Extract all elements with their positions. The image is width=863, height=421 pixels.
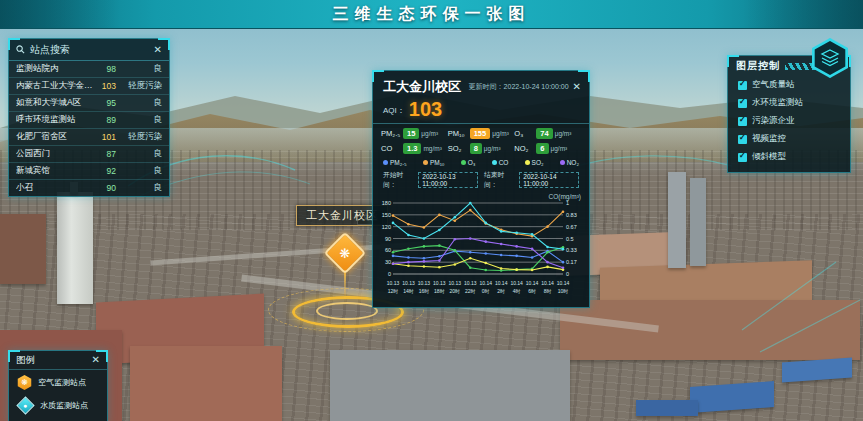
- page-title: 三维生态环保一张图: [333, 4, 531, 25]
- svg-text:0: 0: [388, 271, 391, 277]
- station-row[interactable]: 新城宾馆92良: [9, 163, 169, 180]
- pollutant-grid: PM₂.₅15μg/m³PM₁₀155μg/m³O₃74μg/m³CO1.3mg…: [373, 124, 589, 155]
- checkbox-checked-icon[interactable]: [738, 81, 747, 90]
- legend-title: 图例: [16, 354, 88, 367]
- legend-item[interactable]: PM₁₀: [423, 159, 445, 166]
- station-search-panel: 站点搜索 ✕ 监测站院内98良内蒙古工业大学金川校区103轻度污染如意和大学城A…: [8, 38, 170, 197]
- station-status: 良: [122, 148, 162, 160]
- svg-text:120: 120: [382, 224, 391, 230]
- svg-text:10.14: 10.14: [510, 280, 523, 286]
- legend-dot: [560, 160, 565, 165]
- start-time-label: 开始时间：: [383, 170, 412, 190]
- legend-item[interactable]: CO: [492, 159, 509, 166]
- checkbox-checked-icon[interactable]: [738, 117, 747, 126]
- station-name: 呼市环境监测站: [16, 114, 96, 126]
- layer-item[interactable]: 空气质量站: [728, 76, 850, 94]
- station-row[interactable]: 内蒙古工业大学金川校区103轻度污染: [9, 78, 169, 95]
- svg-text:16时: 16时: [419, 288, 430, 294]
- checkbox-checked-icon[interactable]: [738, 153, 747, 162]
- legend-entry: ❋空气监测站点: [9, 370, 107, 392]
- svg-text:18时: 18时: [434, 288, 445, 294]
- svg-text:12时: 12时: [388, 288, 399, 294]
- legend-dot: [461, 160, 466, 165]
- svg-text:10.13: 10.13: [402, 280, 415, 286]
- station-row[interactable]: 如意和大学城A区95良: [9, 95, 169, 112]
- svg-text:90: 90: [385, 236, 391, 242]
- checkbox-checked-icon[interactable]: [738, 99, 747, 108]
- station-aqi: 98: [96, 64, 116, 74]
- layer-list: 空气质量站水环境监测站污染源企业视频监控倾斜模型: [728, 76, 850, 166]
- station-name: 化肥厂宿舍区: [16, 131, 96, 143]
- svg-text:1: 1: [566, 200, 569, 206]
- station-aqi: 103: [96, 81, 116, 91]
- station-row[interactable]: 呼市环境监测站89良: [9, 112, 169, 129]
- legend-list: ❋空气监测站点●水质监测站点: [9, 370, 107, 416]
- svg-text:180: 180: [382, 200, 391, 206]
- svg-text:150: 150: [382, 212, 391, 218]
- svg-text:4时: 4时: [513, 288, 521, 294]
- pollutant-cell: PM₂.₅15μg/m³: [381, 128, 448, 139]
- svg-text:10.14: 10.14: [495, 280, 508, 286]
- station-aqi: 89: [96, 115, 116, 125]
- svg-text:10.13: 10.13: [433, 280, 446, 286]
- end-time-input[interactable]: 2022-10-14 11:00:00: [519, 172, 579, 188]
- station-aqi: 101: [96, 132, 116, 142]
- aqi-value: 103: [409, 99, 442, 119]
- station-name: 监测站院内: [16, 63, 96, 75]
- station-status: 良: [122, 114, 162, 126]
- layer-item[interactable]: 污染源企业: [728, 112, 850, 130]
- industrial-block: [330, 350, 570, 421]
- legend-item[interactable]: PM₂.₅: [383, 159, 407, 166]
- search-panel-title: 站点搜索: [30, 43, 149, 57]
- station-list: 监测站院内98良内蒙古工业大学金川校区103轻度污染如意和大学城A区95良呼市环…: [9, 61, 169, 196]
- legend-entry: ●水质监测站点: [9, 392, 107, 416]
- svg-text:10.14: 10.14: [557, 280, 570, 286]
- blue-roof: [636, 400, 698, 416]
- close-icon[interactable]: ✕: [92, 355, 100, 365]
- landmark-tower: [57, 192, 93, 304]
- svg-text:10时: 10时: [558, 288, 569, 294]
- layers-icon: [820, 49, 840, 67]
- station-row[interactable]: 化肥厂宿舍区101轻度污染: [9, 129, 169, 146]
- svg-text:10.13: 10.13: [449, 280, 462, 286]
- svg-text:0: 0: [566, 271, 569, 277]
- aqi-label: AQI：: [383, 105, 405, 119]
- update-time: 更新时间：2022-10-24 10:00:00: [465, 82, 569, 92]
- layer-item[interactable]: 水环境监测站: [728, 94, 850, 112]
- layers-hex-button[interactable]: [810, 38, 850, 78]
- close-icon[interactable]: ✕: [154, 45, 162, 55]
- legend-dot: [492, 160, 497, 165]
- pollutant-trend-chart: 180150120906030010.830.670.50.330.17010.…: [373, 200, 589, 304]
- pollutant-value-badge: 1.3: [403, 143, 421, 154]
- legend-item[interactable]: NO₂: [560, 159, 579, 166]
- layer-item[interactable]: 视频监控: [728, 130, 850, 148]
- beacon-inner-ring: [316, 302, 378, 320]
- close-icon[interactable]: ✕: [573, 82, 581, 92]
- legend-item[interactable]: O₃: [461, 159, 476, 166]
- pollutant-value-badge: 74: [536, 128, 552, 139]
- right-axis-title: CO(mg/m³): [373, 192, 589, 200]
- highrise-tower: [668, 172, 686, 268]
- pollutant-value-badge: 155: [470, 128, 491, 139]
- svg-text:20时: 20时: [450, 288, 461, 294]
- station-row[interactable]: 小召90良: [9, 180, 169, 196]
- station-aqi: 87: [96, 149, 116, 159]
- layer-panel-title: 图层控制: [736, 59, 780, 73]
- checkbox-checked-icon[interactable]: [738, 135, 747, 144]
- pollutant-cell: NO₂6μg/m³: [514, 143, 581, 154]
- start-time-input[interactable]: 2022-10-13 11:00:00: [418, 172, 478, 188]
- station-status: 轻度污染: [122, 80, 162, 92]
- layer-item[interactable]: 倾斜模型: [728, 148, 850, 166]
- pollutant-value-badge: 15: [403, 128, 419, 139]
- svg-text:10.13: 10.13: [418, 280, 431, 286]
- station-row[interactable]: 公园西门87良: [9, 146, 169, 163]
- station-name: 内蒙古工业大学金川校区: [16, 80, 96, 92]
- svg-text:0时: 0时: [482, 288, 490, 294]
- svg-text:10.14: 10.14: [541, 280, 554, 286]
- legend-item[interactable]: SO₂: [525, 159, 544, 166]
- water-station-marker-icon: ●: [16, 396, 34, 414]
- station-name: 公园西门: [16, 148, 96, 160]
- station-name: 小召: [16, 182, 96, 194]
- station-row[interactable]: 监测站院内98良: [9, 61, 169, 78]
- station-aqi: 92: [96, 166, 116, 176]
